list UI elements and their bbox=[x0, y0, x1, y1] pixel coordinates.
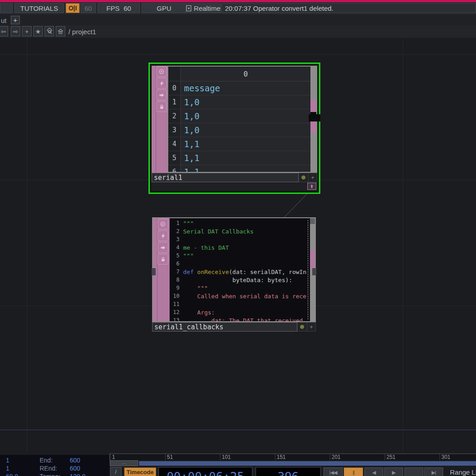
scrollbar-thumb[interactable] bbox=[310, 250, 315, 269]
node-expand-button[interactable]: + bbox=[309, 173, 317, 182]
network-editor[interactable]: 0 0message11,021,031,041,151,161,1 seria… bbox=[0, 38, 476, 452]
node-expand-button[interactable]: + bbox=[307, 322, 316, 332]
bypass-icon bbox=[160, 233, 166, 239]
play-reverse-button[interactable]: ◀ bbox=[364, 467, 383, 476]
lock-icon bbox=[159, 104, 165, 110]
timeline-ruler[interactable]: 151101151201251301 bbox=[109, 454, 476, 460]
code-line: 11 bbox=[170, 301, 310, 309]
timeline-panel: 1End:6001REnd:60060.0Tempo:120.0 1511011… bbox=[0, 452, 476, 476]
node-state-dot-cell[interactable] bbox=[299, 173, 309, 182]
bypass-flag-button[interactable] bbox=[156, 78, 167, 89]
table-cell[interactable]: 1,1 bbox=[181, 151, 310, 165]
zoom-fit-button[interactable] bbox=[45, 26, 54, 36]
line-number: 3 bbox=[170, 236, 183, 244]
network-nav-bar: ⇦ ⇨ + ★ / project1 bbox=[0, 25, 476, 38]
node-state-dot-cell[interactable] bbox=[297, 322, 307, 332]
line-number: 7 bbox=[170, 269, 183, 277]
ruler-tick: 51 bbox=[165, 454, 173, 460]
dat-table[interactable]: 0 0message11,021,031,041,151,161,1 bbox=[168, 67, 310, 172]
dat-table-viewer[interactable]: 0 0message11,021,031,041,151,161,1 bbox=[167, 66, 317, 173]
node-output-connector[interactable] bbox=[309, 114, 320, 121]
realtime-checkbox[interactable]: ✕ bbox=[186, 5, 191, 11]
table-cell[interactable]: 1,0 bbox=[181, 95, 310, 109]
up-arrow-icon bbox=[309, 184, 314, 189]
line-number: 6 bbox=[170, 260, 183, 269]
table-cell[interactable]: 1,1 bbox=[181, 137, 310, 151]
lock-flag-button[interactable] bbox=[156, 101, 167, 112]
export-flag-button[interactable] bbox=[157, 242, 168, 253]
dat-table-body: 0message11,021,031,041,151,161,1 bbox=[168, 81, 310, 172]
node-state-dot-icon bbox=[300, 325, 304, 329]
line-number: 5 bbox=[170, 252, 183, 260]
table-row[interactable]: 31,0 bbox=[168, 123, 310, 137]
node-serial1-callbacks[interactable]: 1"""2Serial DAT Callbacks34me - this DAT… bbox=[152, 217, 316, 332]
row-number: 6 bbox=[168, 165, 181, 172]
line-number: 8 bbox=[170, 277, 183, 285]
table-cell[interactable]: 1,1 bbox=[181, 165, 310, 172]
table-row[interactable]: 11,0 bbox=[168, 95, 310, 109]
table-row[interactable]: 21,0 bbox=[168, 109, 310, 123]
table-row[interactable]: 51,1 bbox=[168, 151, 310, 165]
toolbar-empty-segment bbox=[0, 3, 13, 13]
bookmark-button[interactable]: ★ bbox=[33, 26, 43, 36]
step-back-button[interactable]: |◀◀ bbox=[323, 467, 343, 476]
table-column-header: 0 bbox=[181, 67, 310, 81]
code-text: dat: The DAT that received bbox=[183, 317, 303, 321]
table-cell[interactable]: 1,0 bbox=[181, 109, 310, 123]
node-name-field[interactable]: serial1_callbacks bbox=[152, 322, 297, 332]
bypass-flag-button[interactable] bbox=[157, 230, 168, 241]
node-name-bar: serial1_callbacks + bbox=[152, 322, 316, 332]
plus-icon: + bbox=[25, 28, 28, 35]
add-pane-button[interactable]: + bbox=[22, 26, 31, 36]
node-output-connector[interactable] bbox=[312, 268, 316, 275]
node-input-connector[interactable] bbox=[152, 268, 156, 275]
table-row[interactable]: 0message bbox=[168, 81, 310, 95]
home-button[interactable] bbox=[56, 26, 65, 36]
pause-button[interactable]: || bbox=[344, 467, 363, 476]
breadcrumb[interactable]: / project1 bbox=[68, 28, 96, 36]
back-button[interactable]: ⇦ bbox=[0, 26, 8, 36]
ruler-tick: 301 bbox=[440, 454, 450, 460]
realtime-toggle[interactable]: ✕ Realtime bbox=[186, 3, 221, 13]
info-label: End: bbox=[40, 457, 53, 464]
table-cell[interactable]: 1,0 bbox=[181, 123, 310, 137]
row-number: 0 bbox=[168, 81, 181, 95]
grid-line-vertical bbox=[403, 38, 403, 452]
forward-button[interactable]: ⇨ bbox=[11, 26, 20, 36]
table-row[interactable]: 41,1 bbox=[168, 137, 310, 151]
fps-value: 60 bbox=[124, 4, 131, 12]
viewer-active-flag-button[interactable] bbox=[156, 66, 167, 77]
node-name-field[interactable]: serial1 bbox=[152, 173, 299, 182]
step-forward-button[interactable] bbox=[404, 467, 423, 476]
code-line: 10 Called when serial data is rece bbox=[170, 293, 310, 301]
node-serial1[interactable]: 0 0message11,021,031,041,151,161,1 seria… bbox=[148, 63, 320, 194]
timecode-mode-button[interactable]: Timecode bbox=[124, 467, 156, 476]
viewer-active-icon bbox=[158, 68, 165, 75]
dock-toggle-button[interactable] bbox=[307, 183, 316, 190]
bypass-icon bbox=[159, 81, 165, 86]
table-row[interactable]: 61,1 bbox=[168, 165, 310, 172]
gpu-button[interactable]: GPU bbox=[142, 3, 186, 13]
timeline-options-button[interactable]: / bbox=[110, 467, 121, 476]
line-number: 10 bbox=[170, 293, 183, 301]
timeline-scroll-handle[interactable]: ... bbox=[110, 460, 138, 466]
perform-mode-toggle[interactable]: O|I bbox=[66, 3, 80, 13]
code-viewer[interactable]: 1"""2Serial DAT Callbacks34me - this DAT… bbox=[170, 218, 310, 321]
layout-tab-partial[interactable]: ut bbox=[1, 17, 7, 24]
timeline-scrollbar[interactable] bbox=[139, 461, 476, 466]
code-line: 2Serial DAT Callbacks bbox=[170, 228, 310, 236]
touchdesigner-window: TUTORIALS O|I 60 FPS 60 GPU ✕ Realtime 2… bbox=[0, 0, 476, 476]
lock-flag-button[interactable] bbox=[157, 254, 168, 265]
viewer-active-flag-button[interactable] bbox=[157, 219, 168, 229]
jump-end-button[interactable]: ▶| bbox=[424, 467, 443, 476]
export-flag-button[interactable] bbox=[156, 90, 167, 100]
tutorials-button[interactable]: TUTORIALS bbox=[14, 3, 64, 13]
table-cell[interactable]: message bbox=[181, 81, 310, 95]
code-text: """ bbox=[183, 285, 208, 293]
info-value: 1 bbox=[6, 465, 9, 472]
wrap-indicator bbox=[308, 220, 308, 319]
fps-display[interactable]: FPS 60 bbox=[98, 3, 140, 13]
add-layout-button[interactable]: + bbox=[11, 16, 20, 24]
node-dock-strip bbox=[152, 182, 317, 191]
play-forward-button[interactable]: ▶ bbox=[384, 467, 403, 476]
